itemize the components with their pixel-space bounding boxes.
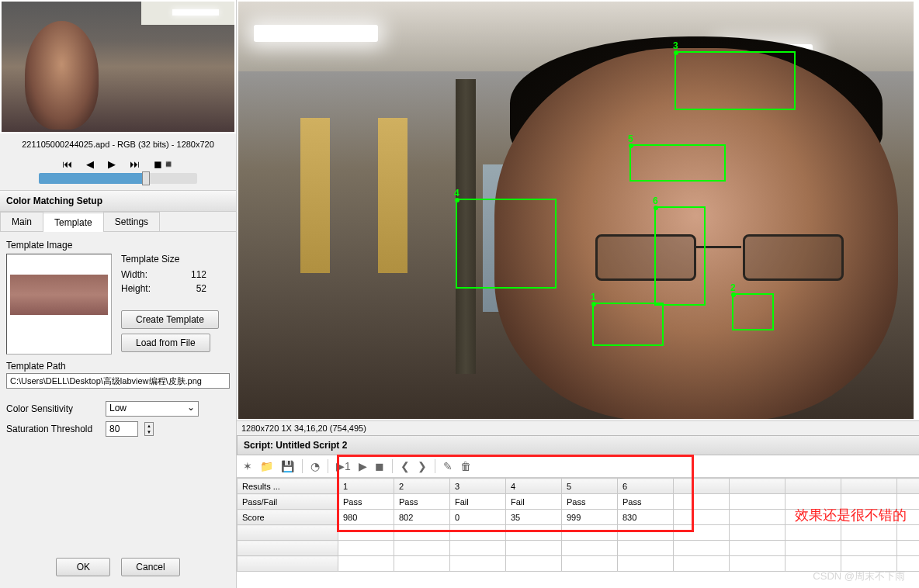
template-path-input[interactable] (6, 373, 230, 389)
run-once-icon[interactable]: ▶1 (336, 460, 351, 472)
cancel-button[interactable]: Cancel (121, 558, 179, 576)
cell: 830 (618, 510, 674, 525)
results-col-2: 2 (394, 479, 450, 494)
tab-bar: Main Template Settings (0, 212, 236, 232)
cell (674, 510, 730, 525)
results-area: Results ...123456Pass/FailPassPassFailFa… (237, 478, 919, 572)
script-title: Script: Untitled Script 2 (237, 435, 919, 455)
thumbnail-area (0, 0, 236, 133)
template-path-label: Template Path (6, 361, 230, 372)
cell: Fail (506, 494, 562, 510)
prev-frame-button[interactable]: ◀ (86, 158, 94, 170)
file-info: 221105000244025.apd - RGB (32 bits) - 12… (0, 133, 236, 155)
tab-template[interactable]: Template (43, 213, 104, 232)
hint-icon[interactable]: ◔ (310, 460, 320, 472)
row-label: Score (238, 510, 338, 525)
tab-settings[interactable]: Settings (103, 212, 160, 231)
roi-box-1[interactable]: 1 (592, 303, 664, 346)
template-image-label: Template Image (6, 240, 230, 251)
save-icon[interactable]: 💾 (281, 460, 294, 472)
tab-main[interactable]: Main (0, 212, 43, 231)
thumbnail-image[interactable] (2, 2, 234, 132)
saturation-threshold-input[interactable] (106, 421, 138, 437)
step-forward-icon[interactable]: ❯ (418, 460, 427, 472)
cell: 35 (506, 510, 562, 525)
cell: 999 (562, 510, 618, 525)
cell: Pass (618, 494, 674, 510)
create-template-button[interactable]: Create Template (121, 310, 219, 329)
cell: 802 (394, 510, 450, 525)
results-table: Results ...123456Pass/FailPassPassFailFa… (237, 478, 919, 572)
next-frame-button[interactable]: ⏭ (130, 158, 140, 170)
color-sensitivity-select[interactable]: Low (106, 401, 199, 417)
playback-controls: ⏮ ◀ ▶ ⏭ ◼◾ (0, 155, 236, 171)
cell (674, 494, 730, 510)
stop-icon[interactable]: ◼ (375, 460, 384, 472)
step-back-icon[interactable]: ❮ (401, 460, 410, 472)
roi-box-5[interactable]: 5 (629, 144, 726, 182)
cell: 980 (338, 510, 394, 525)
roi-box-6[interactable]: 6 (654, 206, 706, 306)
results-col-4: 4 (506, 479, 562, 494)
row-label: Pass/Fail (238, 494, 338, 510)
results-col-6: 6 (618, 479, 674, 494)
roi-box-4[interactable]: 4 (456, 199, 557, 289)
run-icon[interactable]: ▶ (359, 460, 367, 472)
main-image-viewer[interactable]: 123456 (238, 2, 914, 419)
results-col-5: 5 (562, 479, 618, 494)
results-col-8 (730, 479, 785, 494)
width-value: 112 (191, 269, 206, 280)
cell: Pass (562, 494, 618, 510)
load-from-file-button[interactable]: Load from File (121, 334, 210, 352)
roi-box-3[interactable]: 3 (675, 51, 796, 110)
cell (730, 510, 785, 525)
delete-icon[interactable]: 🗑 (460, 460, 471, 472)
frame-slider[interactable] (39, 173, 197, 184)
ok-button[interactable]: OK (56, 558, 110, 576)
script-toolbar: ✶ 📁 💾 ◔ ▶1 ▶ ◼ ❮ ❯ ✎ 🗑 (237, 455, 919, 478)
image-status-bar: 1280x720 1X 34,16,20 (754,495) (237, 420, 919, 435)
results-col-10 (841, 479, 897, 494)
color-sensitivity-label: Color Sensitivity (6, 403, 99, 414)
loop-button[interactable]: ◼◾ (154, 158, 175, 170)
dialog-buttons: OK Cancel (0, 546, 236, 588)
cell: Pass (338, 494, 394, 510)
cell (730, 494, 785, 510)
open-icon[interactable]: 📁 (260, 460, 273, 472)
cell: Fail (450, 494, 506, 510)
results-header-label: Results ... (238, 479, 338, 494)
watermark: CSDN @周末不下雨 (813, 569, 905, 583)
results-col-9 (785, 479, 841, 494)
width-label: Width: (121, 269, 147, 280)
template-size-label: Template Size (121, 254, 230, 265)
edit-icon[interactable]: ✎ (443, 460, 453, 472)
roi-box-2[interactable]: 2 (732, 293, 774, 330)
template-image-preview[interactable] (6, 254, 112, 355)
new-icon[interactable]: ✶ (243, 460, 252, 472)
template-panel: Template Image Template Size Width: 112 … (0, 232, 236, 546)
results-col-1: 1 (338, 479, 394, 494)
saturation-threshold-label: Saturation Threshold (6, 424, 99, 434)
height-label: Height: (121, 283, 151, 294)
cell: Pass (394, 494, 450, 510)
saturation-spinner[interactable]: ▲▼ (144, 422, 154, 436)
results-col-7 (674, 479, 730, 494)
cell: 0 (450, 510, 506, 525)
play-button[interactable]: ▶ (108, 158, 116, 170)
annotation-text: 效果还是很不错的 (795, 506, 907, 524)
right-panel: 123456 1280x720 1X 34,16,20 (754,495) Sc… (237, 0, 919, 588)
section-title: Color Matching Setup (0, 190, 236, 212)
left-panel: 221105000244025.apd - RGB (32 bits) - 12… (0, 0, 237, 588)
results-col-3: 3 (450, 479, 506, 494)
first-frame-button[interactable]: ⏮ (62, 158, 72, 170)
results-col-11 (897, 479, 920, 494)
height-value: 52 (196, 283, 206, 294)
